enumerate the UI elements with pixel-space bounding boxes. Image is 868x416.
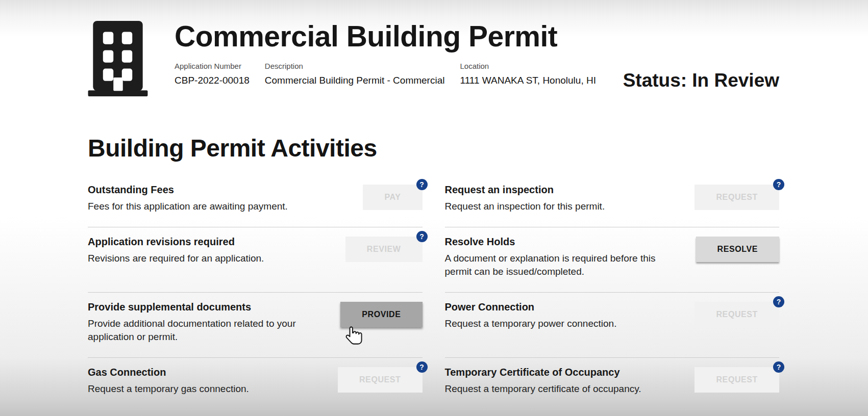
activity-title: Outstanding Fees: [88, 183, 288, 196]
activity-description: Request an inspection for this permit.: [445, 200, 605, 214]
permit-meta: Application Number CBP-2022-00018 Descri…: [175, 62, 623, 86]
question-mark-icon[interactable]: ?: [773, 179, 784, 190]
meta-value: Commercial Building Permit - Commercial: [265, 75, 445, 86]
activity-row-outstanding-fees: Outstanding Fees Fees for this applicati…: [88, 175, 423, 227]
question-mark-icon[interactable]: ?: [773, 361, 784, 373]
activity-title: Provide supplemental documents: [88, 300, 317, 314]
meta-label: Description: [265, 62, 445, 70]
activity-text: Provide supplemental documents Provide a…: [88, 300, 317, 344]
meta-description: Description Commercial Building Permit -…: [265, 62, 445, 86]
request-an-inspection-button: REQUEST: [695, 185, 779, 210]
building-icon: [88, 21, 148, 96]
temporary-certificate-of-occupancy-button: REQUEST: [695, 367, 779, 393]
section-title: Building Permit Activities: [88, 134, 779, 162]
activity-button-wrap: REQUEST ?: [695, 367, 779, 393]
activity-row-temporary-certificate-of-occupancy: Temporary Certificate of Occupancy Reque…: [445, 358, 780, 410]
power-connection-button: REQUEST: [695, 302, 779, 327]
meta-value: 1111 WANAKA ST, Honolulu, HI: [460, 75, 596, 86]
permit-page: Commercial Building Permit Application N…: [0, 0, 868, 410]
meta-value: CBP-2022-00018: [175, 75, 250, 86]
activity-row-power-connection: Power Connection Request a temporary pow…: [445, 293, 780, 358]
activity-description: Fees for this application are awaiting p…: [88, 200, 288, 214]
activity-row-resolve-holds: Resolve Holds A document or explanation …: [445, 227, 780, 293]
meta-label: Location: [460, 62, 596, 70]
activity-description: Provide additional documentation related…: [88, 317, 317, 344]
gas-connection-button: REQUEST: [338, 367, 423, 393]
activity-description: Revisions are required for an applicatio…: [88, 252, 264, 266]
activities-grid: Outstanding Fees Fees for this applicati…: [88, 175, 779, 410]
provide-supplemental-documents-button[interactable]: PROVIDE: [340, 302, 422, 327]
question-mark-icon[interactable]: ?: [416, 361, 428, 373]
question-mark-icon[interactable]: ?: [773, 296, 784, 307]
activity-text: Power Connection Request a temporary pow…: [445, 300, 617, 331]
activity-button-wrap: REVIEW ?: [345, 237, 423, 262]
application-revisions-required-button: REVIEW: [345, 237, 423, 262]
status-badge: Status: In Review: [623, 70, 779, 91]
activity-row-gas-connection: Gas Connection Request a temporary gas c…: [88, 358, 423, 410]
activity-description: Request a temporary power connection.: [445, 317, 617, 331]
activity-description: A document or explanation is required be…: [445, 252, 675, 279]
meta-location: Location 1111 WANAKA ST, Honolulu, HI: [460, 62, 596, 86]
activity-button-wrap: PROVIDE: [340, 302, 422, 327]
permit-header: Commercial Building Permit Application N…: [88, 20, 779, 96]
activity-button-wrap: RESOLVE: [696, 237, 779, 262]
activity-row-request-an-inspection: Request an inspection Request an inspect…: [445, 175, 780, 227]
activity-button-wrap: PAY ?: [363, 185, 422, 210]
activity-description: Request a temporary certificate of occup…: [445, 382, 641, 396]
meta-label: Application Number: [175, 62, 250, 70]
header-center: Commercial Building Permit Application N…: [175, 20, 623, 86]
activity-text: Temporary Certificate of Occupancy Reque…: [445, 366, 641, 396]
activity-button-wrap: REQUEST ?: [695, 302, 779, 327]
activity-row-provide-supplemental-documents: Provide supplemental documents Provide a…: [88, 293, 423, 358]
meta-application-number: Application Number CBP-2022-00018: [175, 62, 250, 86]
outstanding-fees-button: PAY: [363, 185, 422, 210]
activity-title: Power Connection: [445, 300, 617, 314]
activity-title: Temporary Certificate of Occupancy: [445, 366, 641, 379]
question-mark-icon[interactable]: ?: [416, 231, 428, 242]
question-mark-icon[interactable]: ?: [416, 179, 428, 190]
activity-title: Request an inspection: [445, 183, 605, 196]
activity-text: Application revisions required Revisions…: [88, 235, 264, 266]
activity-text: Resolve Holds A document or explanation …: [445, 235, 675, 279]
activity-text: Gas Connection Request a temporary gas c…: [88, 366, 249, 396]
activity-button-wrap: REQUEST ?: [338, 367, 423, 393]
activity-title: Resolve Holds: [445, 235, 675, 248]
page-title: Commercial Building Permit: [175, 20, 623, 54]
activity-text: Outstanding Fees Fees for this applicati…: [88, 183, 288, 214]
activity-text: Request an inspection Request an inspect…: [445, 183, 605, 214]
activity-description: Request a temporary gas connection.: [88, 382, 249, 396]
activity-row-application-revisions-required: Application revisions required Revisions…: [88, 227, 423, 293]
activity-title: Application revisions required: [88, 235, 264, 248]
activity-button-wrap: REQUEST ?: [695, 185, 779, 210]
resolve-holds-button[interactable]: RESOLVE: [696, 237, 779, 262]
activity-title: Gas Connection: [88, 366, 249, 379]
